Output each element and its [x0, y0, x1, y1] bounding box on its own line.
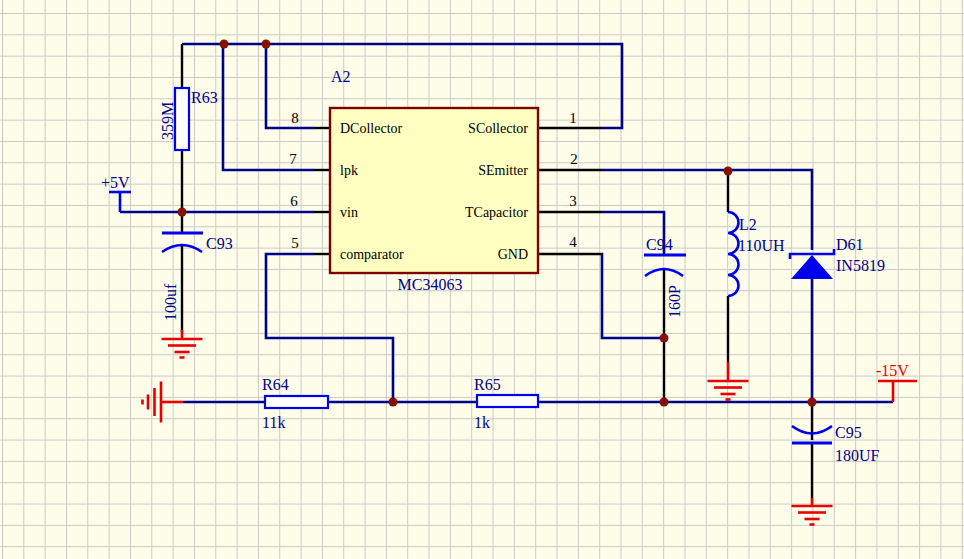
power-terminal-minus15v[interactable]: -15V — [876, 362, 917, 402]
wire-pin7[interactable] — [223, 44, 314, 170]
wire-pin4-gnd[interactable] — [601, 254, 664, 338]
capacitor-c93[interactable]: C93 100uf — [162, 212, 233, 332]
pin-number-2: 2 — [570, 151, 578, 167]
pin-name-vin: vin — [340, 205, 358, 220]
l2-value: 110UH — [738, 237, 785, 254]
pin-number-7: 7 — [289, 151, 297, 167]
pin-number-6: 6 — [290, 193, 298, 209]
r64-designator: R64 — [262, 376, 289, 393]
junction-dot — [660, 334, 669, 343]
pin-name-tcapacitor: TCapacitor — [465, 205, 528, 220]
pin-name-scollector: SCollector — [468, 121, 528, 136]
ground-symbol-c95[interactable] — [792, 498, 833, 525]
resistor-r63[interactable]: R63 359M — [159, 44, 218, 212]
pin-name-comparator: comparator — [340, 247, 404, 262]
r64-value: 11k — [262, 414, 285, 431]
pin-number-4: 4 — [569, 234, 577, 250]
resistor-r64[interactable]: R64 11k — [262, 376, 328, 431]
junction-dot — [220, 40, 229, 49]
pin-number-3: 3 — [569, 193, 577, 209]
pin-name-dcollector: DCollector — [340, 121, 403, 136]
ic-mc34063[interactable]: A2 MC34063 DCollector lpk vin comparator… — [289, 68, 578, 293]
capacitor-c95[interactable]: C95 180UF — [792, 402, 880, 498]
junction-dot — [808, 398, 817, 407]
pin-name-semitter: SEmitter — [478, 163, 528, 178]
pin-name-lpk: lpk — [340, 163, 358, 178]
c94-designator: C94 — [646, 236, 673, 253]
ground-symbol-l2[interactable] — [708, 362, 749, 400]
c93-value: 100uf — [162, 283, 179, 321]
diode-d61[interactable]: D61 IN5819 — [790, 236, 885, 279]
junction-dot — [389, 398, 398, 407]
ic-part-label: MC34063 — [398, 276, 463, 293]
d61-value: IN5819 — [836, 257, 885, 274]
c93-designator: C93 — [206, 235, 233, 252]
c94-value: 160P — [666, 285, 683, 318]
junction-dot — [178, 208, 187, 217]
pin-number-1: 1 — [569, 110, 577, 126]
ground-symbol-left[interactable] — [143, 382, 184, 423]
l2-designator: L2 — [739, 216, 757, 233]
r65-body[interactable] — [477, 395, 538, 407]
r63-designator: R63 — [191, 89, 218, 106]
junction-dot — [660, 398, 669, 407]
junction-dot — [262, 40, 271, 49]
r63-value: 359M — [159, 102, 176, 140]
ic-designator: A2 — [331, 68, 351, 85]
resistor-r65[interactable]: R65 1k — [474, 376, 538, 431]
r64-body[interactable] — [265, 396, 328, 408]
schematic-canvas: A2 MC34063 DCollector lpk vin comparator… — [0, 0, 964, 559]
r63-body[interactable] — [175, 88, 189, 150]
c95-designator: C95 — [835, 424, 862, 441]
inductor-l2[interactable]: L2 110UH — [728, 171, 785, 362]
plus5v-label: +5V — [101, 174, 130, 191]
minus15v-label: -15V — [876, 362, 909, 379]
d61-triangle[interactable] — [791, 255, 833, 279]
power-terminal-plus5v[interactable]: +5V — [101, 174, 131, 212]
l2-coil[interactable] — [728, 212, 739, 296]
junction-dot — [724, 167, 733, 176]
c95-value: 180UF — [835, 447, 880, 464]
capacitor-c94[interactable]: C94 160P — [644, 236, 686, 402]
d61-designator: D61 — [836, 236, 864, 253]
pin-number-8: 8 — [291, 110, 299, 126]
ground-symbol-c93[interactable] — [162, 330, 203, 358]
wire-pin8[interactable] — [266, 44, 314, 128]
pin-name-gnd: GND — [498, 247, 528, 262]
r65-designator: R65 — [474, 376, 501, 393]
r65-value: 1k — [474, 414, 490, 431]
pin-number-5: 5 — [291, 235, 299, 251]
